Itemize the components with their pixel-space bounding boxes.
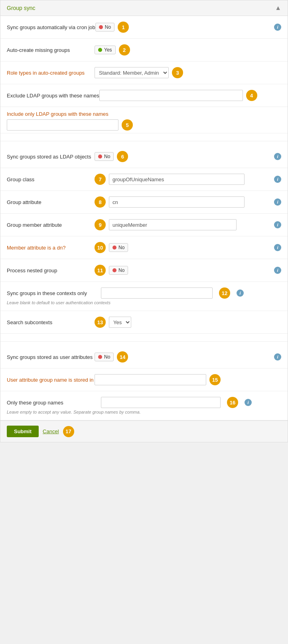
sync-contexts-top: Sync groups in these contexts only 12 i: [7, 287, 281, 299]
spacer-2: [0, 141, 288, 145]
setting-sync-auto-cron: Sync groups automatically via cron job N…: [0, 16, 288, 39]
chevron-up-icon[interactable]: ▲: [275, 4, 281, 12]
sync-ldap-objects-info-icon[interactable]: i: [274, 153, 281, 160]
group-attribute-controls: 8: [95, 196, 274, 208]
auto-create-toggle[interactable]: Yes: [95, 46, 116, 54]
only-group-names-info-icon[interactable]: i: [245, 399, 252, 406]
only-group-names-sublabel: Leave empty to accept any value. Separat…: [7, 410, 281, 414]
group-attribute-info-icon[interactable]: i: [274, 198, 281, 206]
group-member-attribute-info-icon[interactable]: i: [274, 221, 281, 228]
badge-2: 2: [119, 44, 130, 55]
exclude-ldap-label: Exclude LDAP groups with these names: [7, 93, 99, 99]
card-title: Group sync: [7, 5, 36, 11]
process-nested-label: Process nested group: [7, 268, 95, 273]
exclude-ldap-controls: 4: [99, 90, 281, 101]
process-nested-value: No: [118, 268, 124, 273]
member-attr-dn-label: Member attribute is a dn?: [7, 245, 95, 251]
include-ldap-input-line: 5: [7, 119, 281, 131]
group-member-attribute-label: Group member attribute: [7, 222, 95, 228]
setting-role-types: Role types in auto-created groups Standa…: [0, 61, 288, 84]
badge-11: 11: [95, 265, 106, 276]
badge-16: 16: [227, 397, 238, 408]
badge-9: 9: [95, 219, 106, 230]
sync-auto-cron-info-icon[interactable]: i: [274, 24, 281, 31]
setting-include-ldap: Include only LDAP groups with these name…: [0, 107, 288, 133]
card-body: Sync groups automatically via cron job N…: [0, 16, 288, 420]
sync-user-attributes-value: No: [104, 354, 110, 360]
process-nested-toggle[interactable]: No: [109, 266, 128, 275]
setting-process-nested: Process nested group 11 No i: [0, 259, 288, 282]
search-subcontexts-select[interactable]: Yes No: [109, 317, 131, 328]
auto-create-dot: [98, 48, 102, 52]
sync-user-attributes-label: Sync groups stored as user attributes: [7, 354, 95, 360]
group-member-attribute-input[interactable]: [109, 219, 237, 230]
sync-auto-cron-value: No: [105, 24, 111, 30]
sync-contexts-label: Sync groups in these contexts only: [7, 290, 95, 296]
sync-user-attributes-toggle[interactable]: No: [95, 353, 114, 361]
badge-1: 1: [118, 22, 129, 33]
process-nested-dot: [112, 268, 116, 272]
auto-create-label: Auto-create missing groups: [7, 47, 95, 53]
sync-auto-cron-controls: No 1: [95, 22, 274, 33]
badge-5: 5: [122, 119, 133, 131]
sync-ldap-objects-value: No: [104, 154, 110, 159]
include-ldap-label: Include only LDAP groups with these name…: [7, 111, 281, 117]
badge-14: 14: [117, 351, 128, 363]
group-attribute-label: Group attribute: [7, 199, 95, 205]
badge-10: 10: [95, 242, 106, 253]
badge-15: 15: [209, 374, 221, 385]
sync-contexts-info-icon[interactable]: i: [237, 289, 244, 297]
setting-member-attr-dn: Member attribute is a dn? 10 No i: [0, 236, 288, 259]
member-attr-dn-info-icon[interactable]: i: [274, 244, 281, 251]
badge-13: 13: [95, 317, 106, 328]
setting-group-member-attribute: Group member attribute 9 i: [0, 214, 288, 236]
setting-search-subcontexts: Search subcontexts 13 Yes No: [0, 311, 288, 334]
role-types-select[interactable]: Standard: Member, Admin: [95, 67, 169, 78]
sync-ldap-objects-toggle[interactable]: No: [95, 152, 114, 161]
setting-exclude-ldap: Exclude LDAP groups with these names 4: [0, 84, 288, 107]
process-nested-info-icon[interactable]: i: [274, 267, 281, 274]
cancel-button[interactable]: Cancel: [43, 428, 59, 434]
sync-user-attributes-info-icon[interactable]: i: [274, 353, 281, 361]
submit-button[interactable]: Submit: [7, 426, 39, 437]
setting-group-attribute: Group attribute 8 i: [0, 191, 288, 214]
member-attr-dn-dot: [112, 246, 116, 250]
role-types-controls: Standard: Member, Admin 3: [95, 67, 281, 78]
badge-12: 12: [219, 287, 230, 299]
setting-only-group-names: Only these group names 16 i Leave empty …: [0, 391, 288, 420]
user-attr-group-name-label: User attribute group name is stored in: [7, 377, 95, 383]
only-group-names-input[interactable]: [101, 397, 221, 408]
spacer-1: [0, 133, 288, 141]
group-class-info-icon[interactable]: i: [274, 176, 281, 183]
member-attr-dn-toggle[interactable]: No: [109, 243, 128, 252]
sync-ldap-objects-dot: [98, 155, 102, 159]
setting-group-class: Group class 7 i: [0, 168, 288, 191]
include-ldap-input[interactable]: [7, 119, 118, 131]
footer-bar: Submit Cancel 17: [0, 420, 288, 442]
sync-ldap-objects-label: Sync groups stored as LDAP objects: [7, 154, 95, 160]
sync-user-attributes-dot: [98, 355, 102, 359]
group-attribute-input[interactable]: [109, 196, 245, 208]
card-header: Group sync ▲: [0, 0, 288, 16]
setting-auto-create: Auto-create missing groups Yes 2: [0, 39, 288, 61]
group-class-input[interactable]: [109, 174, 245, 185]
badge-17: 17: [63, 426, 74, 437]
role-types-label: Role types in auto-created groups: [7, 70, 95, 76]
setting-sync-contexts: Sync groups in these contexts only 12 i …: [0, 282, 288, 311]
exclude-ldap-input[interactable]: [99, 90, 243, 101]
user-attr-group-name-input[interactable]: [95, 374, 206, 385]
group-class-controls: 7: [95, 174, 274, 185]
page-wrapper: Group sync ▲ Sync groups automatically v…: [0, 0, 288, 442]
process-nested-controls: 11 No: [95, 265, 274, 276]
group-class-label: Group class: [7, 176, 95, 182]
only-group-names-label: Only these group names: [7, 400, 95, 406]
sync-ldap-objects-controls: No 6: [95, 151, 274, 162]
sync-auto-cron-label: Sync groups automatically via cron job: [7, 24, 95, 30]
auto-create-value: Yes: [104, 47, 112, 53]
sync-contexts-sublabel: Leave blank to default to user authentic…: [7, 300, 281, 305]
setting-user-attr-group-name: User attribute group name is stored in 1…: [0, 369, 288, 391]
sync-contexts-input[interactable]: [101, 287, 213, 299]
sync-auto-cron-toggle[interactable]: No: [95, 23, 114, 32]
spacer-3: [0, 334, 288, 342]
badge-7: 7: [95, 174, 106, 185]
